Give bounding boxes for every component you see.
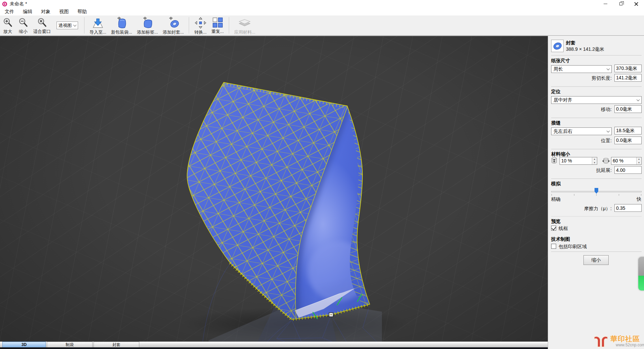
zoom-out-button[interactable]: 缩小	[15, 15, 31, 35]
slider-tick	[619, 194, 619, 196]
paper-size-dropdown[interactable]: 周长	[551, 65, 612, 73]
preview-title: 预览	[551, 219, 561, 225]
shrink-horizontal-spinner[interactable]: 60 % ▲▼	[611, 157, 642, 165]
toolbar-separator	[229, 17, 229, 34]
positioning-title: 定位	[551, 89, 561, 95]
import-icon	[92, 17, 104, 29]
separator	[551, 251, 642, 252]
apply-material-button: 应用材料...	[232, 15, 258, 35]
slider-label-accurate: 精确	[551, 196, 561, 202]
chevron-down-icon	[73, 23, 77, 27]
bottom-strip	[0, 347, 548, 349]
slider-tick	[574, 194, 574, 196]
tab-3d[interactable]: 3D	[2, 342, 46, 347]
watermark: 華印社區 www.52cnp.com	[592, 334, 643, 348]
edge-pill-indicator	[638, 257, 644, 290]
technical-drawing-title: 技术制图	[551, 236, 570, 242]
move-label: 移动:	[578, 107, 612, 113]
viewport-3d[interactable]: 3D 制袋 封套	[0, 36, 548, 349]
separator	[551, 86, 642, 87]
repeat-button[interactable]: 重复...	[209, 15, 226, 35]
seam-position-field[interactable]	[614, 137, 642, 144]
properties-panel: 封套 388.9 × 141.2毫米 纸张尺寸 周长 剪切长度: 定位 居中对齐…	[548, 36, 644, 349]
tab-sleeve[interactable]: 封套	[94, 342, 139, 347]
title-bar: 未命名 *	[0, 0, 644, 8]
watermark-url: www.52cnp.com	[616, 343, 644, 347]
fit-window-button[interactable]: 适合窗口	[31, 15, 53, 35]
friction-label: 摩擦力（μ）:	[565, 206, 612, 212]
material-shrink-title: 材料缩小	[551, 151, 570, 157]
slider-tick	[596, 194, 597, 196]
menu-help[interactable]: 帮助	[74, 8, 90, 15]
wireframe-label: 线框	[559, 226, 568, 232]
watermark-logo-icon	[592, 335, 610, 348]
object-title: 封套	[566, 40, 575, 46]
selection-handle[interactable]	[329, 313, 333, 317]
add-label-icon	[141, 17, 154, 29]
shrink-horizontal-icon	[602, 157, 610, 165]
fit-window-icon	[37, 17, 47, 28]
cut-length-field[interactable]	[614, 74, 642, 82]
window-title: 未命名 *	[10, 1, 27, 7]
shrink-vertical-spinner[interactable]: 10 % ▲▼	[560, 157, 597, 165]
cut-length-label: 剪切长度:	[578, 75, 612, 81]
simulation-title: 模拟	[551, 181, 561, 187]
include-print-area-checkbox[interactable]	[551, 244, 556, 249]
restore-button[interactable]	[613, 0, 629, 8]
chevron-down-icon	[607, 67, 610, 70]
seam-width-field[interactable]	[614, 127, 642, 134]
transform-button[interactable]: 转换...	[192, 15, 209, 35]
menu-edit[interactable]: 编辑	[20, 8, 36, 15]
shrink-button[interactable]: 缩小	[583, 255, 609, 265]
wireframe-checkbox[interactable]	[551, 226, 556, 231]
stretch-resist-field[interactable]	[614, 166, 642, 174]
minimize-button[interactable]	[598, 0, 613, 8]
application-window: 未命名 * 文件 编辑 对象 视图 帮助 放大 缩小	[0, 0, 644, 349]
new-bag-icon	[115, 17, 128, 29]
move-field[interactable]	[614, 105, 642, 113]
menu-bar: 文件 编辑 对象 视图 帮助	[0, 8, 644, 15]
slider-label-fast: 快	[637, 196, 641, 202]
spinner-arrows-icon[interactable]: ▲▼	[636, 157, 641, 164]
add-sleeve-button[interactable]: 添加封套...	[160, 15, 186, 35]
apply-material-icon	[238, 17, 251, 29]
menu-file[interactable]: 文件	[1, 8, 17, 15]
separator	[551, 179, 642, 179]
menu-object[interactable]: 对象	[38, 8, 54, 15]
restore-icon	[619, 2, 622, 5]
transform-icon	[194, 17, 207, 29]
separator	[551, 216, 642, 217]
separator	[551, 149, 642, 149]
close-button[interactable]	[629, 0, 644, 8]
seam-type-dropdown[interactable]: 先左后右	[551, 127, 612, 135]
tab-bag-making[interactable]: 制袋	[47, 342, 93, 347]
sleeve-object-icon	[551, 40, 564, 52]
zoom-in-icon	[2, 17, 13, 28]
repeat-icon	[212, 17, 223, 28]
menu-view[interactable]: 视图	[56, 8, 72, 15]
toolbar: 放大 缩小 适合窗口 透视图 导入至...	[0, 15, 644, 36]
toolbar-separator	[84, 17, 84, 34]
watermark-title: 華印社區	[610, 334, 640, 344]
zoom-in-button[interactable]: 放大	[0, 15, 15, 35]
paper-size-title: 纸张尺寸	[551, 58, 570, 64]
chevron-down-icon	[607, 129, 610, 132]
friction-field[interactable]	[614, 204, 642, 212]
circumference-field[interactable]	[614, 65, 642, 72]
toolbar-separator	[189, 17, 189, 34]
include-print-area-label: 包括印刷区域	[559, 244, 587, 250]
import-button[interactable]: 导入至...	[87, 15, 109, 35]
add-label-button[interactable]: 添加标签...	[135, 15, 160, 35]
chevron-down-icon	[637, 98, 640, 101]
new-bag-button[interactable]: 新包装袋...	[109, 15, 135, 35]
separator	[551, 55, 642, 55]
alignment-dropdown[interactable]: 居中对齐	[551, 96, 642, 104]
view-mode-dropdown[interactable]: 透视图	[57, 22, 78, 29]
simulation-slider-handle[interactable]	[595, 188, 598, 194]
spinner-arrows-icon[interactable]: ▲▼	[592, 157, 597, 164]
seam-position-label: 位置:	[578, 138, 612, 144]
pouch-3d-model	[0, 36, 548, 349]
object-size: 388.9 × 141.2毫米	[566, 46, 604, 52]
stretch-resist-label: 抗延展:	[578, 167, 612, 173]
view-tab-bar: 3D 制袋 封套	[0, 342, 548, 347]
